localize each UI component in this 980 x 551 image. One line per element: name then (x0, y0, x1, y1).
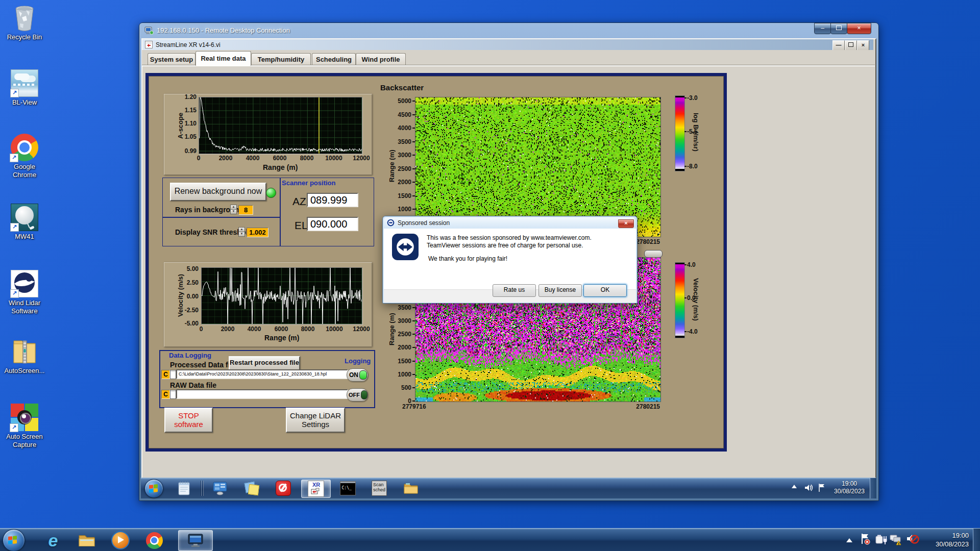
remote-taskbar-notepad-button[interactable] (170, 480, 198, 497)
raw-logging-toggle[interactable]: OFF (347, 388, 368, 402)
buy-license-button[interactable]: Buy license (538, 284, 582, 297)
host-taskbar-explorer-button[interactable] (71, 531, 103, 550)
remote-taskbar-scan-scheduler-button[interactable]: Scan sched (365, 480, 393, 497)
desktop-icon-wind-lidar[interactable]: ↗ Wind Lidar Software (4, 270, 45, 315)
app-minimize-button[interactable]: — (832, 40, 845, 51)
raw-drive-letter[interactable]: C (161, 390, 170, 399)
app-restore-button[interactable] (845, 40, 857, 51)
desktop-icon-mw41[interactable]: ↗ MW41 (4, 204, 45, 241)
processed-drive-letter[interactable]: C (161, 370, 170, 379)
host-network-warning-icon[interactable] (890, 534, 903, 546)
tick-label: 4500 (386, 111, 411, 118)
host-show-desktop-button[interactable] (973, 529, 980, 551)
color-scale-slider-knob[interactable] (644, 250, 663, 258)
remote-start-button[interactable] (144, 479, 163, 498)
raw-logging-state: OFF (349, 392, 360, 398)
tick-label: 10000 (319, 325, 350, 333)
raw-file-path-field[interactable] (176, 389, 348, 399)
remote-taskbar-folder-button[interactable] (397, 480, 425, 497)
remote-desktop-window-icon (187, 533, 204, 548)
tick-label: 0.0 (687, 294, 707, 302)
change-button-line2: Settings (287, 420, 344, 429)
processed-file-path-field[interactable]: C:\Lidar\Data\Proc\2023\202308\20230830\… (176, 369, 348, 379)
tab-real-time-data[interactable]: Real time data (195, 51, 251, 66)
labview-xr-icon: XR (308, 481, 324, 497)
desktop-icon-auto-screen-capture[interactable]: ↗ Auto Screen Capture (4, 404, 45, 449)
logging-off-lamp-icon (361, 390, 368, 399)
rays-spinner[interactable]: ▲▼ (230, 205, 237, 215)
notepad-icon (177, 481, 191, 496)
remote-taskbar-clock[interactable]: 19:00 30/08/2023 (831, 480, 868, 495)
desktop-icon-label: BL-View (4, 98, 45, 107)
remote-taskbar-display-settings-button[interactable] (206, 480, 234, 497)
el-value-field[interactable]: 090.000 (307, 217, 358, 231)
desktop-icon-recycle-bin[interactable]: Recycle Bin (4, 4, 45, 41)
restart-processed-file-button[interactable]: Restart processed file (229, 356, 300, 370)
snr-value-field[interactable]: 1.002 (247, 228, 268, 237)
host-action-center-flag-icon[interactable] (860, 533, 870, 545)
tick-label: 0 (186, 325, 216, 333)
tick-label: 3500 (386, 304, 411, 311)
desktop-icon-bl-view[interactable]: ↗ BL-View (4, 69, 45, 107)
desktop-icon-google-chrome[interactable]: ↗ Google Chrome (4, 134, 45, 179)
rays-value-field[interactable]: 8 (238, 205, 253, 215)
app-window-title: StreamLine XR v14-6.vi (156, 41, 220, 48)
dialog-text-line2: TeamViewer sessions are free of charge f… (427, 242, 583, 249)
processed-logging-toggle[interactable]: ON (347, 368, 368, 382)
media-player-icon (111, 531, 130, 549)
host-battery-icon[interactable] (875, 534, 888, 545)
tick-label: 6000 (264, 155, 295, 162)
tab-scheduling[interactable]: Scheduling (312, 53, 356, 65)
tick-mark (684, 264, 687, 265)
host-taskbar-media-player-button[interactable] (105, 531, 136, 550)
desktop-icon-label: AutoScreen... (4, 367, 45, 375)
tick-label: 1500 (386, 358, 411, 365)
host-start-button[interactable] (3, 529, 25, 551)
remote-taskbar-streamline-xr-button[interactable]: XR (301, 480, 331, 498)
remote-tray-expand-icon[interactable] (792, 485, 797, 488)
rdp-title-bar[interactable]: 192.168.0.150 - Remote Desktop Connectio… (139, 23, 878, 38)
stop-software-button[interactable]: STOP software (164, 408, 213, 433)
change-lidar-settings-button[interactable]: Change LiDAR Settings (286, 408, 345, 433)
app-close-button[interactable]: × (857, 40, 869, 51)
raw-path-browse-icon[interactable] (170, 390, 176, 399)
host-taskbar-internet-explorer-button[interactable]: e (37, 531, 69, 550)
host-taskbar-rdp-button[interactable] (178, 530, 213, 551)
processed-path-browse-icon[interactable] (170, 370, 176, 379)
remote-taskbar-cmd-button[interactable]: C:\_ (334, 480, 361, 497)
renew-background-button[interactable]: Renew background now (170, 183, 266, 201)
host-taskbar-chrome-button[interactable] (138, 531, 170, 550)
host-taskbar-clock[interactable]: 19:00 30/08/2023 (925, 531, 969, 548)
rdp-maximize-button[interactable] (830, 23, 847, 34)
display-settings-icon (212, 481, 228, 495)
snr-spinner[interactable]: ▲▼ (238, 227, 245, 237)
rate-us-button[interactable]: Rate us (493, 284, 536, 297)
tab-system-setup[interactable]: System setup (148, 53, 195, 65)
tab-wind-profile[interactable]: Wind profile (356, 53, 406, 65)
tick-label: 0 (183, 155, 214, 162)
change-button-line1: Change LiDAR (287, 411, 344, 420)
remote-show-desktop-button[interactable] (870, 478, 876, 498)
host-tray-expand-icon[interactable] (846, 538, 852, 542)
dialog-title-bar[interactable]: Sponsored session × (384, 217, 635, 229)
remote-action-center-flag-icon[interactable] (818, 483, 826, 492)
shortcut-arrow-icon: ↗ (10, 154, 18, 162)
rdp-close-button[interactable]: × (847, 23, 871, 34)
tick-label: 1.05 (174, 133, 197, 140)
ok-button[interactable]: OK (583, 284, 627, 297)
tick-mark (684, 331, 687, 332)
rdp-minimize-button[interactable]: – (814, 23, 831, 34)
tick-label: 2500 (386, 165, 411, 172)
tick-mark (412, 400, 415, 402)
remote-volume-icon[interactable] (804, 483, 813, 492)
host-volume-muted-icon[interactable] (906, 533, 919, 545)
remote-taskbar-stop-button[interactable] (270, 480, 297, 497)
app-title-bar[interactable]: StreamLine XR v14-6.vi — × (142, 39, 873, 51)
tab-temp-humidity[interactable]: Temp/humidity (251, 53, 311, 65)
mw41-icon: ↗ (11, 204, 38, 231)
az-value-field[interactable]: 089.999 (307, 193, 358, 207)
remote-taskbar-sticky-notes-button[interactable] (238, 480, 265, 497)
tick-label: 0 (386, 397, 411, 405)
dialog-close-button[interactable]: × (618, 219, 634, 228)
desktop-icon-autoscreen-zip[interactable]: AutoScreen... (4, 337, 45, 375)
